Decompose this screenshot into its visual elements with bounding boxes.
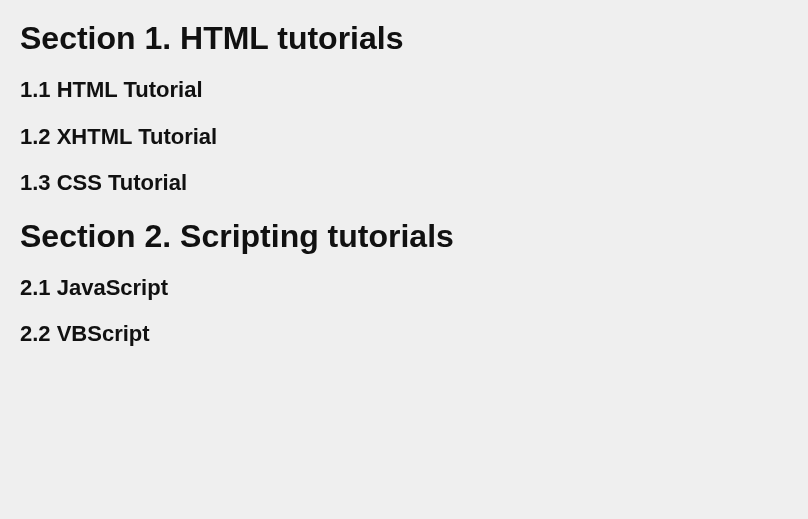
subsection-item: 1.2 XHTML Tutorial (20, 123, 788, 152)
subsection-item: 1.3 CSS Tutorial (20, 169, 788, 198)
subsection-item: 2.2 VBScript (20, 320, 788, 349)
subsection-item: 2.1 JavaScript (20, 274, 788, 303)
subsection-item: 1.1 HTML Tutorial (20, 76, 788, 105)
section-title: Section 1. HTML tutorials (20, 18, 788, 58)
section-title: Section 2. Scripting tutorials (20, 216, 788, 256)
